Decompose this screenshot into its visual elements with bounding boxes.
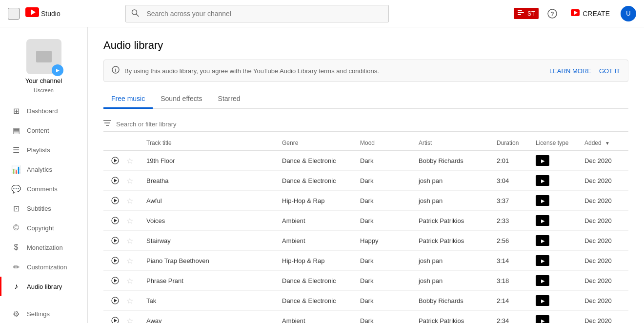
- sidebar-item-label: Customization: [27, 263, 67, 271]
- track-title: 19th Floor: [141, 151, 277, 171]
- info-icon: i: [112, 66, 120, 76]
- track-added: Dec 2020: [580, 211, 628, 231]
- star-button[interactable]: ☆: [123, 274, 137, 287]
- table-row: ☆ Away Ambient Dark Patrick Patrikios 2:…: [103, 311, 628, 323]
- tab-free-music[interactable]: Free music: [103, 90, 153, 109]
- star-button[interactable]: ☆: [123, 194, 137, 207]
- svg-text:▶: ▶: [541, 299, 545, 303]
- track-title: Tak: [141, 291, 277, 311]
- sidebar-item-monetization[interactable]: $Monetization: [0, 238, 87, 257]
- search-input[interactable]: [125, 5, 389, 22]
- sidebar-item-copyright[interactable]: ©Copyright: [0, 218, 87, 238]
- comments-icon: 💬: [11, 184, 21, 194]
- sidebar-item-playlists[interactable]: ☰Playlists: [0, 140, 87, 160]
- filter-input[interactable]: [116, 121, 628, 128]
- customization-icon: ✏: [11, 262, 21, 272]
- license-icon: ▶: [536, 215, 549, 226]
- play-button[interactable]: [108, 294, 122, 307]
- channel-avatar-wrapper: [26, 39, 61, 74]
- play-button[interactable]: [108, 254, 122, 267]
- create-button[interactable]: CREATE: [566, 5, 615, 21]
- star-button[interactable]: ☆: [123, 254, 137, 267]
- sidebar-item-settings[interactable]: ⚙Settings: [0, 304, 87, 323]
- track-duration: 3:14: [492, 251, 531, 271]
- subtitle-icon: [518, 9, 525, 18]
- svg-marker-40: [114, 259, 117, 262]
- track-title: Voices: [141, 211, 277, 231]
- svg-text:?: ?: [551, 11, 554, 18]
- sidebar-item-label: Copyright: [27, 224, 54, 232]
- track-added: Dec 2020: [580, 271, 628, 291]
- track-genre: Ambient: [277, 211, 355, 231]
- license-icon: ▶: [536, 235, 549, 246]
- subtitle-badge[interactable]: ST: [514, 8, 539, 19]
- create-yt-icon: [571, 8, 580, 19]
- hamburger-button[interactable]: [8, 8, 20, 20]
- svg-text:i: i: [115, 67, 117, 73]
- sidebar-item-customization[interactable]: ✏Customization: [0, 257, 87, 277]
- svg-text:▶: ▶: [541, 319, 545, 323]
- track-added: Dec 2020: [580, 311, 628, 323]
- track-title: Awful: [141, 191, 277, 211]
- content-icon: ▤: [11, 125, 21, 135]
- got-it-link[interactable]: GOT IT: [599, 67, 620, 75]
- play-button[interactable]: [108, 234, 122, 247]
- filter-icon: [103, 120, 111, 128]
- sidebar-item-subtitles[interactable]: ⊡Subtitles: [0, 199, 87, 218]
- play-button[interactable]: [108, 214, 122, 227]
- track-mood: Dark: [355, 151, 414, 171]
- play-button[interactable]: [108, 174, 122, 187]
- track-added: Dec 2020: [580, 151, 628, 171]
- monetization-icon: $: [11, 242, 21, 252]
- sidebar-item-label: Playlists: [27, 146, 50, 154]
- sidebar-item-comments[interactable]: 💬Comments: [0, 179, 87, 199]
- table-row: ☆ Piano Trap Beethoven Hip-Hop & Rap Dar…: [103, 251, 628, 271]
- play-button[interactable]: [108, 194, 122, 207]
- play-button[interactable]: [108, 314, 122, 323]
- sidebar-item-audio-library[interactable]: ♪Audio library: [0, 277, 87, 296]
- star-button[interactable]: ☆: [123, 174, 137, 187]
- col-header-actions: [103, 136, 141, 151]
- sidebar-item-content[interactable]: ▤Content: [0, 121, 87, 140]
- table-row: ☆ Phrase Prant Dance & Electronic Dark j…: [103, 271, 628, 291]
- sidebar-item-analytics[interactable]: 📊Analytics: [0, 160, 87, 179]
- help-button[interactable]: ?: [544, 6, 560, 21]
- star-button[interactable]: ☆: [123, 314, 137, 323]
- tabs: Free musicSound effectsStarred: [103, 90, 628, 109]
- star-button[interactable]: ☆: [123, 234, 137, 247]
- row-actions: ☆: [103, 231, 141, 251]
- analytics-icon: 📊: [11, 164, 21, 174]
- col-header-added[interactable]: Added ▼: [580, 136, 628, 151]
- track-duration: 2:01: [492, 151, 531, 171]
- account-avatar[interactable]: U: [621, 6, 636, 21]
- star-button[interactable]: ☆: [123, 214, 137, 227]
- learn-more-link[interactable]: LEARN MORE: [549, 67, 591, 75]
- svg-text:▶: ▶: [541, 239, 545, 243]
- sidebar-item-dashboard[interactable]: ⊞Dashboard: [0, 101, 87, 121]
- track-added: Dec 2020: [580, 191, 628, 211]
- play-button[interactable]: [108, 154, 122, 167]
- col-header-genre: Genre: [277, 136, 355, 151]
- col-header-license: License type: [531, 136, 580, 151]
- page-title: Audio library: [103, 39, 628, 52]
- tab-sound-effects[interactable]: Sound effects: [153, 90, 210, 109]
- track-license: ▶: [531, 211, 580, 231]
- track-mood: Dark: [355, 271, 414, 291]
- play-button[interactable]: [108, 274, 122, 287]
- svg-rect-6: [518, 12, 524, 13]
- star-button[interactable]: ☆: [123, 154, 137, 167]
- track-title: Breatha: [141, 171, 277, 191]
- tab-starred[interactable]: Starred: [210, 90, 248, 109]
- row-actions: ☆: [103, 191, 141, 211]
- row-actions: ☆: [103, 151, 141, 171]
- svg-rect-5: [518, 10, 522, 11]
- track-artist: Patrick Patrikios: [414, 231, 492, 251]
- svg-text:▶: ▶: [541, 159, 545, 163]
- track-artist: Patrick Patrikios: [414, 211, 492, 231]
- track-genre: Dance & Electronic: [277, 171, 355, 191]
- main-layout: Your channel Uscreen ⊞Dashboard▤Content☰…: [0, 27, 644, 323]
- star-button[interactable]: ☆: [123, 294, 137, 307]
- track-duration: 2:34: [492, 311, 531, 323]
- yt-studio-logo[interactable]: Studio: [25, 7, 60, 20]
- svg-rect-7: [518, 14, 521, 15]
